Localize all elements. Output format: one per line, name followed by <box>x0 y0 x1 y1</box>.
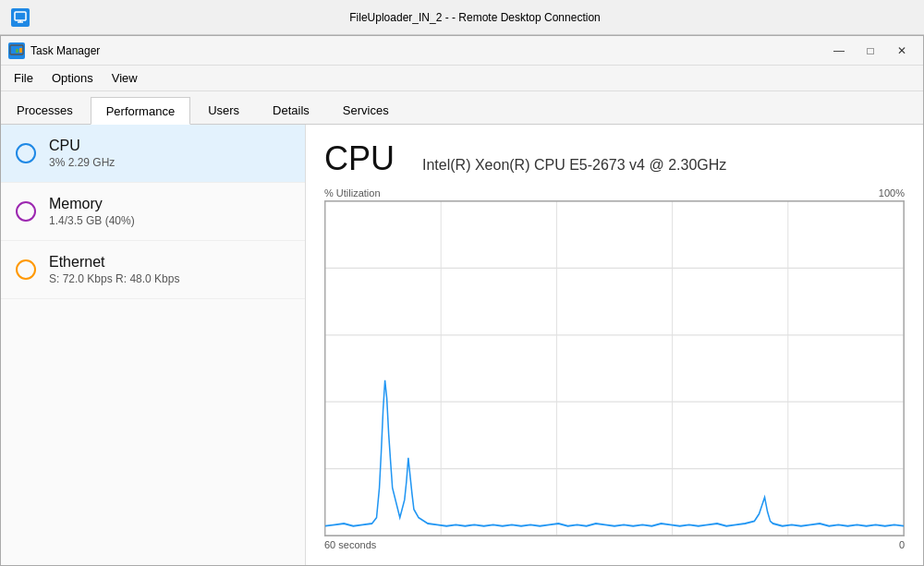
cpu-info: CPU 3% 2.29 GHz <box>49 138 115 169</box>
sidebar-item-memory[interactable]: Memory 1.4/3.5 GB (40%) <box>1 183 305 241</box>
cpu-header: CPU Intel(R) Xeon(R) CPU E5-2673 v4 @ 2.… <box>324 139 905 178</box>
tm-title-bar: Task Manager — □ ✕ <box>1 36 923 66</box>
maximize-button[interactable]: □ <box>857 41 884 61</box>
svg-rect-5 <box>16 49 18 53</box>
tab-bar: Processes Performance Users Details Serv… <box>1 91 923 125</box>
sidebar: CPU 3% 2.29 GHz Memory 1.4/3.5 GB (40%) … <box>1 125 306 565</box>
cpu-panel-subtitle: Intel(R) Xeon(R) CPU E5-2673 v4 @ 2.30GH… <box>422 157 726 174</box>
menu-file[interactable]: File <box>5 67 43 89</box>
memory-info: Memory 1.4/3.5 GB (40%) <box>49 196 135 227</box>
svg-rect-4 <box>12 47 15 53</box>
y-max: 100% <box>879 187 905 199</box>
tm-title-text: Task Manager <box>30 44 825 57</box>
tm-icon <box>8 42 25 59</box>
rdp-title-bar: FileUploader_IN_2 - - Remote Desktop Con… <box>0 0 924 35</box>
ethernet-icon <box>16 259 36 280</box>
cpu-stats: 3% 2.29 GHz <box>49 156 115 169</box>
sidebar-item-ethernet[interactable]: Ethernet S: 72.0 Kbps R: 48.0 Kbps <box>1 241 305 299</box>
y-label: % Utilization <box>324 187 381 199</box>
tab-services[interactable]: Services <box>327 96 405 124</box>
menu-view[interactable]: View <box>103 67 147 89</box>
ethernet-stats: S: 72.0 Kbps R: 48.0 Kbps <box>49 272 179 285</box>
content-area: CPU 3% 2.29 GHz Memory 1.4/3.5 GB (40%) … <box>1 125 923 565</box>
x-label: 60 seconds <box>324 539 376 550</box>
cpu-panel: CPU Intel(R) Xeon(R) CPU E5-2673 v4 @ 2.… <box>306 125 923 565</box>
close-button[interactable]: ✕ <box>888 41 916 61</box>
ethernet-name: Ethernet <box>49 254 179 271</box>
tm-window-controls: — □ ✕ <box>825 41 916 61</box>
rdp-title-text: FileUploader_IN_2 - - Remote Desktop Con… <box>37 11 913 24</box>
x-end: 0 <box>899 539 905 550</box>
tab-performance[interactable]: Performance <box>91 97 190 125</box>
cpu-icon <box>16 143 36 163</box>
tab-processes[interactable]: Processes <box>1 96 89 124</box>
menu-options[interactable]: Options <box>43 67 103 89</box>
cpu-name: CPU <box>49 138 115 154</box>
minimize-button[interactable]: — <box>825 41 853 61</box>
sidebar-item-cpu[interactable]: CPU 3% 2.29 GHz <box>1 125 305 183</box>
svg-rect-17 <box>325 201 904 536</box>
chart-labels-bottom: 60 seconds 0 <box>324 539 905 550</box>
tab-users[interactable]: Users <box>192 96 255 124</box>
memory-icon <box>16 201 36 222</box>
cpu-chart <box>324 200 905 536</box>
rdp-icon <box>11 8 30 27</box>
task-manager-window: Task Manager — □ ✕ File Options View Pro… <box>0 35 924 566</box>
tab-details[interactable]: Details <box>257 96 325 124</box>
svg-rect-0 <box>15 12 26 20</box>
menu-bar: File Options View <box>1 66 923 91</box>
svg-rect-6 <box>19 48 22 53</box>
cpu-panel-title: CPU <box>324 139 395 178</box>
ethernet-info: Ethernet S: 72.0 Kbps R: 48.0 Kbps <box>49 254 179 285</box>
chart-labels-top: % Utilization 100% <box>324 187 905 199</box>
memory-stats: 1.4/3.5 GB (40%) <box>49 214 135 227</box>
memory-name: Memory <box>49 196 135 212</box>
